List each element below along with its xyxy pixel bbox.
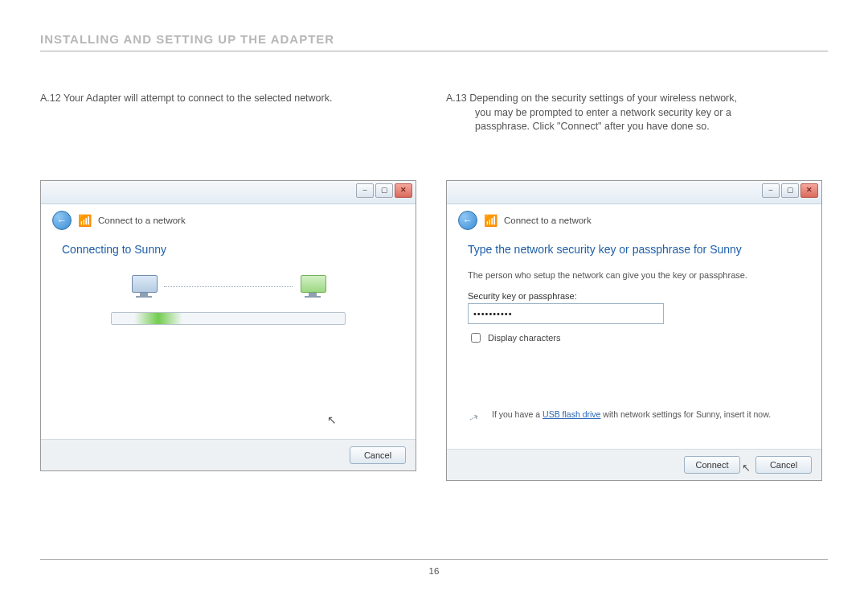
maximize-button[interactable]: ▢ xyxy=(375,183,393,198)
dialog-title: Connecting to Sunny xyxy=(62,243,395,256)
step-a12-id: A.12 xyxy=(40,92,61,104)
cursor-icon: ↖ xyxy=(327,413,337,426)
step-a13-text: A.13 Depending on the security settings … xyxy=(446,92,828,140)
network-icon: 📶 xyxy=(78,214,92,227)
titlebar: – ▢ ✕ xyxy=(41,181,416,204)
dialog-title: Type the network security key or passphr… xyxy=(468,243,800,256)
connection-graphic xyxy=(62,275,395,298)
page-footer: 16 xyxy=(40,554,828,576)
connect-button[interactable]: Connect xyxy=(684,456,740,474)
close-button[interactable]: ✕ xyxy=(395,183,412,198)
passphrase-label: Security key or passphrase: xyxy=(468,291,800,301)
step-a13-l2: you may be prompted to enter a network s… xyxy=(446,106,828,121)
display-characters-checkbox[interactable] xyxy=(471,333,481,343)
dialog-header-label: Connect to a network xyxy=(98,216,186,225)
dialog-header-label: Connect to a network xyxy=(504,216,592,225)
usb-note-post: with network settings for Sunny, insert … xyxy=(600,409,771,419)
cursor-icon: ↖ xyxy=(742,462,751,474)
cancel-button[interactable]: Cancel xyxy=(350,446,406,464)
step-a13-l3: passphrase. Click "Connect" after you ha… xyxy=(446,120,828,134)
dialog-passphrase: – ▢ ✕ ← 📶 Connect to a network Type the … xyxy=(446,180,822,481)
connection-line xyxy=(164,286,293,287)
usb-icon: ⇢ xyxy=(466,406,485,421)
usb-note: ⇢ If you have a USB flash drive with net… xyxy=(468,409,800,419)
step-a12-body: Your Adapter will attempt to connect to … xyxy=(63,92,332,104)
titlebar: – ▢ ✕ xyxy=(447,181,821,204)
progress-bar xyxy=(111,312,346,325)
monitor-icon xyxy=(130,275,158,298)
monitor-icon xyxy=(299,275,326,298)
close-button[interactable]: ✕ xyxy=(800,183,818,198)
minimize-button[interactable]: – xyxy=(762,183,780,198)
passphrase-input[interactable] xyxy=(468,303,664,324)
cancel-button[interactable]: Cancel xyxy=(755,456,812,474)
usb-note-pre: If you have a xyxy=(492,409,542,419)
back-icon[interactable]: ← xyxy=(52,211,72,230)
maximize-button[interactable]: ▢ xyxy=(781,183,799,198)
step-a13-l1: Depending on the security settings of yo… xyxy=(469,92,737,104)
minimize-button[interactable]: – xyxy=(356,183,374,198)
step-a12-text: A.12 Your Adapter will attempt to connec… xyxy=(40,92,422,140)
back-icon[interactable]: ← xyxy=(458,211,477,230)
display-characters-label: Display characters xyxy=(488,333,560,343)
display-characters-row[interactable]: Display characters xyxy=(468,331,800,345)
top-rule xyxy=(40,51,828,51)
dialog-connecting: – ▢ ✕ ← 📶 Connect to a network Connectin… xyxy=(40,180,416,471)
usb-link[interactable]: USB flash drive xyxy=(542,409,600,419)
step-a13-id: A.13 xyxy=(446,92,467,104)
page-number: 16 xyxy=(429,566,440,576)
section-title: INSTALLING AND SETTING UP THE ADAPTER xyxy=(40,32,828,46)
dialog-info: The person who setup the network can giv… xyxy=(468,270,800,280)
network-icon: 📶 xyxy=(484,214,497,227)
